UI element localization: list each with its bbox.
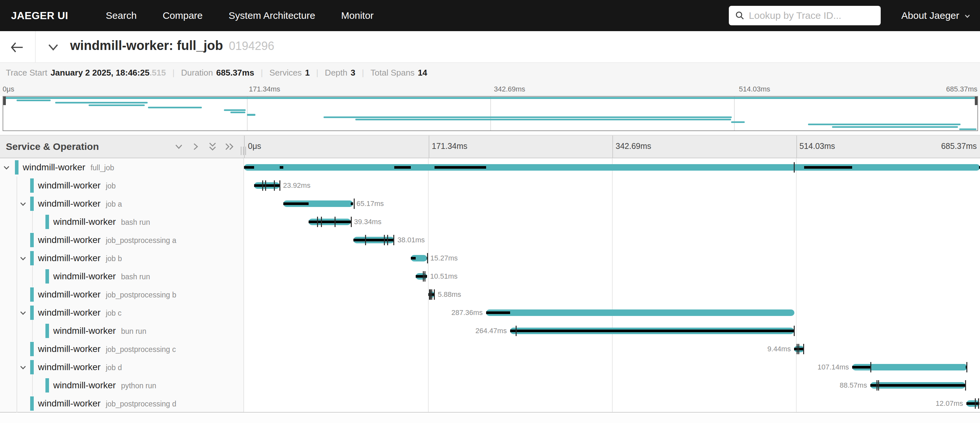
- trace-lookup-input[interactable]: [749, 10, 874, 21]
- span-collapse-chevron[interactable]: [19, 254, 27, 262]
- span-log-marker[interactable]: [797, 344, 798, 354]
- span-operation-name: full_job: [91, 159, 114, 177]
- span-log-marker[interactable]: [434, 289, 435, 300]
- span-track[interactable]: 10.51ms: [244, 267, 980, 285]
- trace-lookup-box[interactable]: [729, 6, 881, 25]
- service-color-block: [30, 178, 34, 193]
- span-log-marker[interactable]: [515, 326, 517, 336]
- span-log-marker[interactable]: [423, 271, 424, 281]
- minimap-right-scrubber[interactable]: [975, 97, 977, 105]
- span-track[interactable]: 287.36ms: [244, 304, 980, 322]
- span-name-cell[interactable]: windmill-workerpython run: [0, 376, 244, 394]
- back-button[interactable]: [8, 39, 26, 56]
- top-nav: JAEGER UI SearchCompareSystem Architectu…: [0, 0, 980, 31]
- span-row: windmill-workerjob_postprocessing c9.44m…: [0, 340, 980, 358]
- chevron-down-icon: [19, 364, 27, 371]
- span-log-marker[interactable]: [365, 235, 366, 245]
- span-log-marker[interactable]: [384, 235, 385, 245]
- span-log-marker[interactable]: [321, 217, 322, 227]
- span-name-cell[interactable]: windmill-workerjob_postprocessing d: [0, 394, 244, 413]
- span-name-cell[interactable]: windmill-workerbash run: [0, 213, 244, 231]
- span-name-text: windmill-workerjob: [38, 177, 116, 195]
- span-track[interactable]: 12.07ms: [244, 394, 980, 413]
- span-collapse-chevron[interactable]: [19, 364, 27, 371]
- span-log-marker[interactable]: [966, 362, 967, 372]
- nav-item-monitor[interactable]: Monitor: [341, 10, 374, 21]
- span-log-marker[interactable]: [429, 289, 430, 300]
- span-track[interactable]: 264.47ms: [244, 322, 980, 340]
- span-name-cell[interactable]: windmill-workerjob c: [0, 304, 244, 322]
- span-log-marker[interactable]: [393, 235, 394, 245]
- span-log-marker[interactable]: [351, 217, 352, 227]
- span-collapse-chevron[interactable]: [19, 200, 27, 208]
- span-track[interactable]: 107.14ms: [244, 358, 980, 376]
- span-log-marker[interactable]: [354, 199, 355, 209]
- span-log-marker[interactable]: [279, 180, 280, 191]
- span-log-marker[interactable]: [794, 326, 795, 336]
- span-collapse-chevron[interactable]: [19, 309, 27, 317]
- span-name-text: windmill-workerjob_postprocessing b: [38, 285, 176, 304]
- span-name-cell[interactable]: windmill-workerjob_postprocessing b: [0, 285, 244, 304]
- span-log-marker[interactable]: [975, 398, 976, 409]
- span-name-cell[interactable]: windmill-workerjob b: [0, 249, 244, 267]
- span-log-marker[interactable]: [878, 380, 879, 391]
- span-log-marker[interactable]: [317, 217, 318, 227]
- span-duration-bar[interactable]: [244, 164, 980, 171]
- expand-all-button[interactable]: [221, 140, 238, 154]
- span-log-marker[interactable]: [803, 344, 804, 354]
- span-log-marker[interactable]: [978, 398, 979, 409]
- minimap-left-scrubber[interactable]: [3, 97, 6, 105]
- span-track[interactable]: 65.17ms: [244, 195, 980, 213]
- span-track[interactable]: 5.88ms: [244, 285, 980, 304]
- span-name-text: windmill-workerjob a: [38, 195, 122, 213]
- span-name-cell[interactable]: windmill-workerjob_postprocessing c: [0, 340, 244, 358]
- about-jaeger-menu[interactable]: About Jaeger: [902, 10, 971, 21]
- chevron-down-icon: [174, 142, 183, 151]
- span-collapse-chevron[interactable]: [3, 164, 10, 172]
- minimap-span-bar: [231, 111, 245, 113]
- span-duration-label: 264.47ms: [476, 322, 507, 340]
- span-log-marker[interactable]: [798, 344, 799, 354]
- ruler-tick-label: 685.37ms: [941, 142, 977, 151]
- span-log-marker[interactable]: [965, 380, 966, 391]
- span-name-cell[interactable]: windmill-workerfull_job: [0, 158, 244, 177]
- span-duration-bar[interactable]: [486, 310, 795, 316]
- span-log-marker[interactable]: [425, 271, 425, 281]
- collapse-one-button[interactable]: [170, 140, 187, 154]
- critical-path-segment: [966, 402, 979, 405]
- span-name-cell[interactable]: windmill-workerbash run: [0, 267, 244, 285]
- span-name-cell[interactable]: windmill-workerbun run: [0, 322, 244, 340]
- span-log-marker[interactable]: [794, 162, 795, 173]
- app-logo[interactable]: JAEGER UI: [11, 10, 68, 22]
- span-track[interactable]: [244, 158, 980, 177]
- span-track[interactable]: 23.92ms: [244, 177, 980, 195]
- trace-collapse-toggle[interactable]: [46, 41, 60, 54]
- span-log-marker[interactable]: [431, 289, 432, 300]
- trace-minimap[interactable]: [3, 96, 978, 131]
- span-name-cell[interactable]: windmill-workerjob a: [0, 195, 244, 213]
- minimap-span-bar: [959, 129, 977, 130]
- span-track[interactable]: 88.57ms: [244, 376, 980, 394]
- expand-one-button[interactable]: [187, 140, 204, 154]
- span-log-marker[interactable]: [387, 235, 388, 245]
- span-name-cell[interactable]: windmill-workerjob: [0, 177, 244, 195]
- span-log-marker[interactable]: [870, 362, 871, 372]
- nav-item-system-architecture[interactable]: System Architecture: [229, 10, 315, 21]
- span-name-cell[interactable]: windmill-workerjob d: [0, 358, 244, 376]
- span-log-marker[interactable]: [265, 180, 266, 191]
- span-log-marker[interactable]: [274, 180, 275, 191]
- nav-item-compare[interactable]: Compare: [162, 10, 202, 21]
- span-log-marker[interactable]: [427, 253, 428, 263]
- span-track[interactable]: 39.34ms: [244, 213, 980, 231]
- span-log-marker[interactable]: [877, 380, 877, 391]
- span-log-marker[interactable]: [262, 180, 263, 191]
- timeline-header: Service & Operation 0μs171.34ms342.69ms5…: [0, 135, 980, 158]
- span-service-name: windmill-worker: [53, 267, 116, 285]
- span-log-marker[interactable]: [334, 217, 336, 227]
- span-track[interactable]: 38.01ms: [244, 231, 980, 249]
- nav-item-search[interactable]: Search: [106, 10, 137, 21]
- span-track[interactable]: 15.27ms: [244, 249, 980, 267]
- collapse-all-button[interactable]: [204, 140, 221, 154]
- span-track[interactable]: 9.44ms: [244, 340, 980, 358]
- span-name-cell[interactable]: windmill-workerjob_postprocessing a: [0, 231, 244, 249]
